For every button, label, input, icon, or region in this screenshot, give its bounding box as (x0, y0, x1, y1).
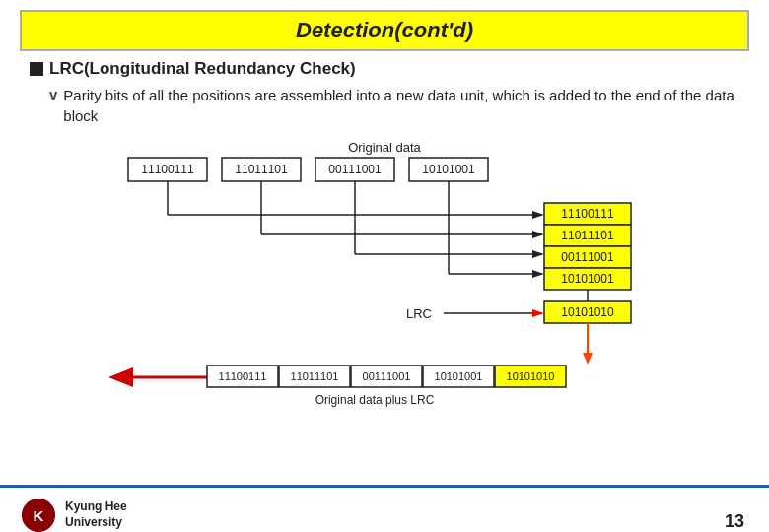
content-area: LRC(Longitudinal Redundancy Check) v Par… (0, 59, 769, 126)
svg-text:10101010: 10101010 (561, 305, 614, 319)
svg-text:00111001: 00111001 (561, 250, 614, 264)
svg-marker-42 (108, 367, 133, 387)
svg-text:11100111: 11100111 (141, 163, 194, 176)
svg-text:10101010: 10101010 (507, 370, 555, 382)
svg-text:11011101: 11011101 (561, 229, 614, 242)
bullet-icon (30, 62, 43, 76)
svg-text:00111001: 00111001 (363, 370, 411, 382)
svg-text:K: K (34, 506, 44, 523)
main-bullet-text: LRC(Longitudinal Redundancy Check) (49, 59, 356, 79)
footer: K Kyung Hee University 13 (0, 488, 769, 532)
diagram-svg: Original data 11100111 11011101 00111001… (30, 136, 739, 422)
diagram-container: Original data 11100111 11011101 00111001… (30, 136, 739, 422)
university-name: Kyung Hee University (65, 499, 127, 530)
svg-text:11100111: 11100111 (219, 370, 267, 382)
university-logo: K (20, 497, 57, 533)
svg-text:10101001: 10101001 (561, 272, 614, 286)
svg-marker-12 (532, 211, 544, 219)
sub-bullet-icon: v (49, 86, 57, 102)
svg-marker-24 (532, 270, 544, 278)
title-bar: Detection(cont'd) (20, 10, 749, 51)
svg-marker-37 (532, 309, 544, 317)
svg-text:Original data: Original data (348, 140, 421, 155)
svg-marker-20 (532, 250, 544, 258)
svg-text:LRC: LRC (406, 306, 432, 321)
svg-text:11100111: 11100111 (561, 207, 614, 221)
sub-bullet-text: Parity bits of all the positions are ass… (63, 85, 739, 126)
main-bullet: LRC(Longitudinal Redundancy Check) (30, 59, 739, 79)
svg-text:00111001: 00111001 (328, 163, 382, 176)
svg-text:10101001: 10101001 (422, 163, 475, 176)
slide: Detection(cont'd) LRC(Longitudinal Redun… (0, 10, 769, 532)
svg-text:10101001: 10101001 (435, 370, 483, 382)
slide-title: Detection(cont'd) (296, 18, 473, 42)
svg-text:Original data plus LRC: Original data plus LRC (315, 393, 435, 407)
page-number: 13 (725, 511, 744, 532)
svg-text:11011101: 11011101 (235, 163, 288, 176)
svg-marker-16 (532, 231, 544, 238)
svg-marker-41 (583, 353, 593, 365)
svg-text:11011101: 11011101 (291, 370, 339, 382)
sub-bullet: v Parity bits of all the positions are a… (49, 85, 739, 126)
